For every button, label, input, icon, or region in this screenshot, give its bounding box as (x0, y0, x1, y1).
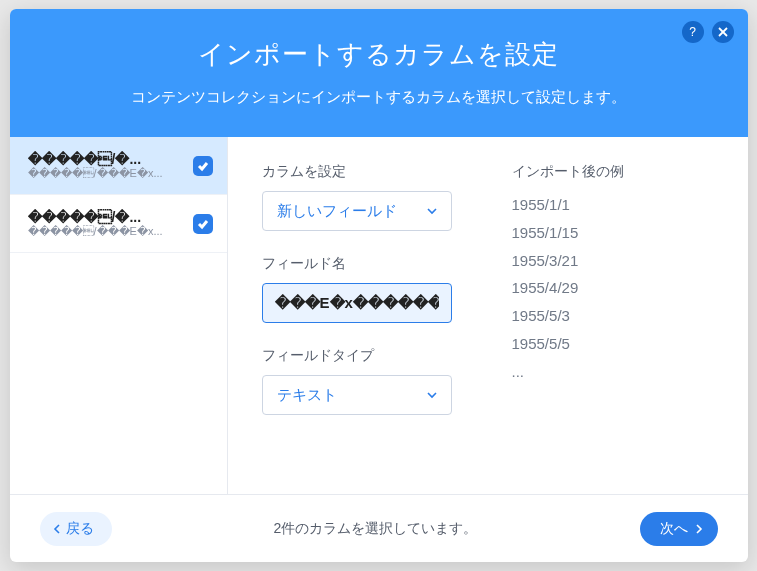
fieldname-label: フィールド名 (262, 255, 472, 273)
preview-item: 1955/5/5 (512, 330, 720, 358)
select-value: テキスト (277, 386, 337, 405)
chevron-down-icon (427, 206, 437, 216)
column-item[interactable]: �����/�... �����/���E�x... (10, 137, 227, 195)
chevron-right-icon (694, 524, 704, 534)
preview-list: 1955/1/1 1955/1/15 1955/3/21 1955/4/29 1… (512, 191, 720, 385)
column-checkbox[interactable] (193, 214, 213, 234)
fieldname-input[interactable] (262, 283, 452, 323)
chevron-left-icon (52, 524, 62, 534)
preview-item: 1955/5/3 (512, 302, 720, 330)
preview-item: 1955/1/15 (512, 219, 720, 247)
column-setting-label: カラムを設定 (262, 163, 472, 181)
preview-label: インポート後の例 (512, 163, 720, 181)
select-value: 新しいフィールド (277, 202, 397, 221)
modal-footer: 戻る 2件のカラムを選択しています。 次へ (10, 494, 748, 562)
help-icon: ? (689, 25, 696, 39)
modal-title: インポートするカラムを設定 (30, 37, 728, 72)
modal-subtitle: コンテンツコレクションにインポートするカラムを選択して設定します。 (30, 88, 728, 107)
fieldtype-label: フィールドタイプ (262, 347, 472, 365)
settings-panel: カラムを設定 新しいフィールド フィールド名 フィールドタイプ テキスト (228, 137, 748, 494)
modal-header: ? インポートするカラムを設定 コンテンツコレクションにインポートするカラムを選… (10, 9, 748, 137)
footer-status: 2件のカラムを選択しています。 (112, 520, 640, 538)
preview-item: ... (512, 358, 720, 386)
close-icon (718, 27, 728, 37)
back-button-label: 戻る (66, 520, 94, 538)
column-list: �����/�... �����/���E�x... �����/�...… (10, 137, 228, 494)
next-button-label: 次へ (660, 520, 688, 538)
column-item-sub: �����/���E�x... (28, 167, 183, 180)
column-item-title: �����/�... (28, 151, 183, 167)
preview-item: 1955/3/21 (512, 247, 720, 275)
modal-body: �����/�... �����/���E�x... �����/�...… (10, 137, 748, 494)
preview-item: 1955/4/29 (512, 274, 720, 302)
chevron-down-icon (427, 390, 437, 400)
check-icon (197, 160, 209, 172)
import-columns-modal: ? インポートするカラムを設定 コンテンツコレクションにインポートするカラムを選… (10, 9, 748, 562)
column-item-title: �����/�... (28, 209, 183, 225)
column-setting-select[interactable]: 新しいフィールド (262, 191, 452, 231)
next-button[interactable]: 次へ (640, 512, 718, 546)
preview-item: 1955/1/1 (512, 191, 720, 219)
back-button[interactable]: 戻る (40, 512, 112, 546)
column-item[interactable]: �����/�... �����/���E�x... (10, 195, 227, 253)
column-item-sub: �����/���E�x... (28, 225, 183, 238)
close-button[interactable] (712, 21, 734, 43)
column-checkbox[interactable] (193, 156, 213, 176)
check-icon (197, 218, 209, 230)
fieldtype-select[interactable]: テキスト (262, 375, 452, 415)
help-button[interactable]: ? (682, 21, 704, 43)
